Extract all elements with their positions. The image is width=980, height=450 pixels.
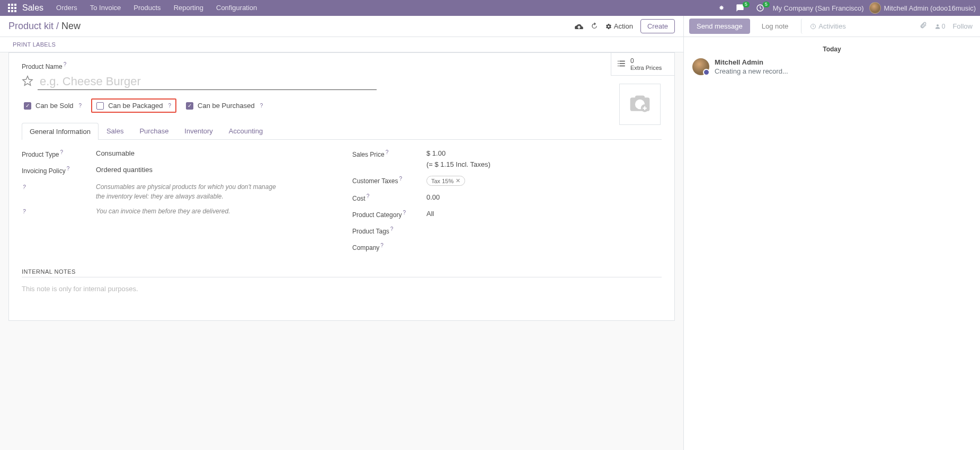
cloud-save-icon[interactable] bbox=[575, 22, 583, 31]
attachment-icon[interactable] bbox=[920, 22, 927, 31]
can-be-purchased-option[interactable]: Can be Purchased? bbox=[184, 101, 265, 111]
nav-products[interactable]: Products bbox=[127, 0, 167, 16]
form-sheet: 0 Extra Prices Product Name? bbox=[8, 52, 675, 321]
user-avatar-icon bbox=[869, 2, 881, 14]
help-icon[interactable]: ? bbox=[23, 208, 26, 215]
product-type-value[interactable]: Consumable bbox=[96, 149, 331, 158]
activities-button[interactable]: Activities bbox=[801, 19, 853, 34]
discard-icon[interactable] bbox=[591, 22, 598, 31]
bug-icon[interactable]: ✸ bbox=[716, 4, 727, 12]
navbar-menu: Orders To Invoice Products Reporting Con… bbox=[50, 0, 263, 16]
sales-price-label: Sales Price bbox=[352, 151, 385, 158]
product-category-label: Product Category bbox=[352, 211, 402, 219]
invoicing-policy-value[interactable]: Ordered quantities bbox=[96, 166, 331, 175]
help-text-1: ?Consumables are physical products for w… bbox=[96, 182, 276, 201]
tab-inventory[interactable]: Inventory bbox=[176, 122, 220, 139]
internal-notes-input[interactable] bbox=[22, 280, 662, 306]
help-text-2: ?You can invoice them before they are de… bbox=[96, 206, 276, 216]
company-value[interactable] bbox=[426, 242, 662, 251]
navbar-brand[interactable]: Sales bbox=[22, 3, 43, 13]
cost-value[interactable]: 0.00 bbox=[426, 193, 662, 202]
sales-price-incl: (= $ 1.15 Incl. Taxes) bbox=[426, 160, 662, 168]
product-image-upload[interactable] bbox=[619, 84, 661, 125]
favorite-star-icon[interactable] bbox=[22, 75, 33, 88]
message-text: Creating a new record... bbox=[715, 67, 788, 75]
stat-label: Extra Prices bbox=[630, 65, 662, 71]
apps-menu-icon[interactable] bbox=[4, 0, 20, 16]
help-icon[interactable]: ? bbox=[67, 166, 70, 172]
help-icon[interactable]: ? bbox=[60, 149, 64, 155]
chatter-panel: Send message Log note Activities 0 Follo… bbox=[683, 16, 980, 450]
breadcrumb: Product kit / New bbox=[8, 21, 81, 32]
person-icon bbox=[934, 23, 941, 30]
help-icon[interactable]: ? bbox=[260, 103, 263, 109]
can-be-sold-option[interactable]: Can be Sold? bbox=[22, 101, 84, 111]
help-icon[interactable]: ? bbox=[399, 176, 402, 182]
gear-icon bbox=[605, 23, 612, 30]
activities-badge: 5 bbox=[763, 2, 770, 7]
help-icon[interactable]: ? bbox=[367, 193, 370, 199]
customer-taxes-label: Customer Taxes bbox=[352, 177, 398, 185]
button-box: PRINT LABELS bbox=[0, 37, 683, 52]
nav-configuration[interactable]: Configuration bbox=[210, 0, 263, 16]
chatter-message: Mitchell Admin Creating a new record... bbox=[692, 58, 972, 75]
cost-label: Cost bbox=[352, 195, 366, 202]
messages-badge: 5 bbox=[743, 2, 750, 7]
sales-price-value[interactable]: $ 1.00 bbox=[426, 149, 662, 157]
remove-tax-icon[interactable]: ✕ bbox=[456, 177, 460, 184]
breadcrumb-current: New bbox=[61, 21, 81, 31]
tab-accounting[interactable]: Accounting bbox=[221, 122, 271, 139]
action-dropdown[interactable]: Action bbox=[605, 22, 633, 30]
user-name: Mitchell Admin (odoo16music) bbox=[884, 4, 976, 12]
tab-sales[interactable]: Sales bbox=[99, 122, 132, 139]
log-note-button[interactable]: Log note bbox=[754, 19, 796, 34]
can-be-packaged-option[interactable]: Can be Packaged? bbox=[91, 98, 176, 113]
control-panel: Product kit / New Action Create bbox=[0, 16, 683, 37]
invoicing-policy-label: Invoicing Policy bbox=[22, 167, 66, 175]
help-icon[interactable]: ? bbox=[380, 242, 384, 248]
message-avatar-icon bbox=[692, 58, 709, 75]
activities-icon[interactable]: 5 bbox=[753, 4, 768, 12]
product-tags-value[interactable] bbox=[426, 226, 662, 235]
product-name-label: Product Name bbox=[22, 63, 63, 70]
send-message-button[interactable]: Send message bbox=[689, 19, 750, 34]
messages-icon[interactable]: 5 bbox=[733, 4, 747, 12]
help-icon[interactable]: ? bbox=[64, 61, 67, 67]
followers-count[interactable]: 0 bbox=[934, 23, 946, 30]
top-navbar: Sales Orders To Invoice Products Reporti… bbox=[0, 0, 980, 16]
tax-tag[interactable]: Tax 15% ✕ bbox=[426, 176, 465, 186]
company-selector[interactable]: My Company (San Francisco) bbox=[773, 4, 864, 12]
product-type-label: Product Type bbox=[22, 151, 59, 158]
help-icon[interactable]: ? bbox=[23, 183, 26, 191]
chatter-date-separator: Today bbox=[692, 46, 972, 53]
list-icon bbox=[617, 59, 626, 70]
tab-purchase[interactable]: Purchase bbox=[131, 122, 176, 139]
tab-general-information[interactable]: General Information bbox=[22, 123, 99, 140]
help-icon[interactable]: ? bbox=[79, 103, 82, 109]
stat-value: 0 bbox=[630, 57, 662, 65]
help-icon[interactable]: ? bbox=[168, 103, 171, 109]
help-icon[interactable]: ? bbox=[390, 226, 394, 232]
clock-icon bbox=[810, 23, 816, 30]
product-category-value[interactable]: All bbox=[426, 210, 662, 219]
internal-notes-title: INTERNAL NOTES bbox=[22, 268, 662, 277]
can-be-packaged-checkbox[interactable] bbox=[96, 102, 104, 110]
create-button[interactable]: Create bbox=[640, 19, 675, 33]
message-author: Mitchell Admin bbox=[715, 58, 788, 66]
nav-reporting[interactable]: Reporting bbox=[167, 0, 210, 16]
product-tags-label: Product Tags bbox=[352, 228, 389, 235]
help-icon[interactable]: ? bbox=[403, 210, 406, 215]
can-be-purchased-checkbox[interactable] bbox=[186, 102, 193, 110]
follow-button[interactable]: Follow bbox=[952, 22, 973, 30]
breadcrumb-parent[interactable]: Product kit bbox=[8, 21, 54, 31]
company-label: Company bbox=[352, 244, 379, 251]
user-menu[interactable]: Mitchell Admin (odoo16music) bbox=[869, 2, 976, 14]
form-tabs: General Information Sales Purchase Inven… bbox=[22, 122, 662, 140]
can-be-sold-checkbox[interactable] bbox=[24, 102, 31, 110]
extra-prices-stat-button[interactable]: 0 Extra Prices bbox=[611, 53, 674, 76]
help-icon[interactable]: ? bbox=[386, 149, 389, 155]
product-name-input[interactable] bbox=[38, 74, 377, 90]
nav-to-invoice[interactable]: To Invoice bbox=[84, 0, 128, 16]
print-labels-button[interactable]: PRINT LABELS bbox=[8, 37, 60, 52]
nav-orders[interactable]: Orders bbox=[50, 0, 84, 16]
